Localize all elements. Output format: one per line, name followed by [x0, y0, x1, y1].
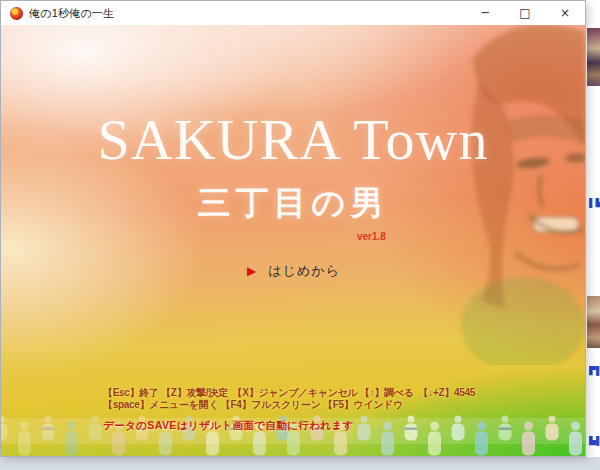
background-thumbnail — [587, 28, 600, 86]
background-text-fragment: ▙▌ — [589, 436, 600, 448]
menu-item-label: はじめから — [268, 262, 340, 280]
minimize-button[interactable]: ─ — [465, 1, 505, 25]
version-label: ver1.8 — [357, 231, 386, 242]
close-button[interactable]: × — [545, 1, 585, 25]
window-titlebar[interactable]: 俺の1秒俺の一生 ─ □ × — [1, 1, 585, 25]
save-note: データのSAVEはリザルト画面で自動に行われます — [103, 419, 354, 433]
menu-cursor-icon: ▶ — [247, 265, 256, 277]
crowd-illustration — [1, 410, 585, 456]
window-caption-buttons: ─ □ × — [465, 1, 585, 25]
background-thumbnail — [587, 296, 600, 348]
background-text-fragment: ▌▙ — [589, 198, 600, 210]
background-text-fragment: ▛▌ — [589, 366, 600, 378]
help-line-2: 【space】メニューを開く 【F4】フルスクリーン 【F5】ウインドウ — [103, 398, 403, 412]
maximize-button[interactable]: □ — [505, 1, 545, 25]
game-subtitle: 三丁目の男 — [1, 185, 585, 221]
desktop: ▌▙ ▛▌ ▙▌ 俺の1秒俺の一生 ─ □ × — [0, 0, 600, 470]
game-title: SAKURA Town — [1, 111, 585, 169]
game-screen: SAKURA Town 三丁目の男 ver1.8 ▶ はじめから 【Esc】終了… — [1, 25, 585, 456]
game-window: 俺の1秒俺の一生 ─ □ × — [0, 0, 586, 457]
window-title: 俺の1秒俺の一生 — [29, 6, 114, 21]
app-icon — [10, 7, 23, 20]
menu-item-start[interactable]: ▶ はじめから — [247, 262, 340, 280]
background-window-edge: ▌▙ ▛▌ ▙▌ — [586, 0, 600, 457]
